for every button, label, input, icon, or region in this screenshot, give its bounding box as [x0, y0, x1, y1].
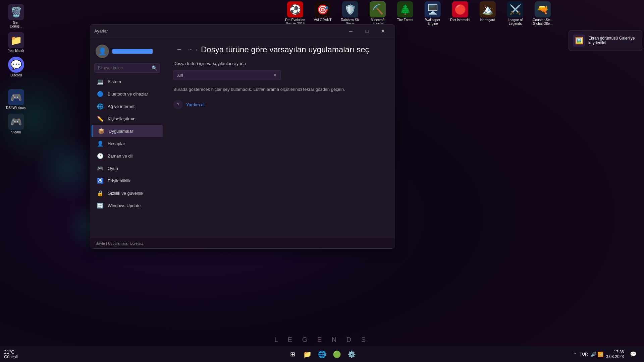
zaman-label: Zaman ve dil	[108, 154, 132, 159]
breadcrumb-dots[interactable]: ···	[188, 47, 193, 53]
settings-button[interactable]: ⚙️	[345, 348, 358, 361]
nav-item-zaman[interactable]: 🕐 Zaman ve dil	[92, 150, 163, 162]
nav-item-uygulamalar[interactable]: 📦 Uygulamalar	[92, 125, 163, 137]
ds4windows-icon: 🎮	[8, 89, 24, 105]
settings-search-input[interactable]	[94, 63, 160, 73]
no-results-text: Burada gösterecek hiçbir şey bulamadık. …	[173, 87, 385, 92]
nav-item-gizlilik[interactable]: 🔒 Gizlilik ve güvenlik	[92, 187, 163, 199]
discord-icon: 💬	[8, 57, 24, 73]
main-panel: ← ··· › Dosya türüne göre varsayılan uyg…	[164, 38, 395, 238]
page-header: ← ··· › Dosya türüne göre varsayılan uyg…	[173, 45, 385, 54]
filter-clear-button[interactable]: ✕	[273, 72, 277, 78]
desktop-icon-theforest[interactable]: 🌲 The Forest	[392, 0, 419, 27]
search-icon[interactable]: 🔍	[152, 65, 157, 71]
avatar: 👤	[96, 45, 109, 58]
kisisellestime-label: Kişiselleştirme	[108, 116, 136, 121]
weather-display[interactable]: 21°C Güneşli	[4, 349, 18, 359]
settings-window-bottom-bar: Sayfa | Uygulamalar Ücretsiz	[90, 238, 395, 248]
clock-date: 3.03.2023	[606, 354, 624, 359]
nav-item-ag[interactable]: 🌐 Ağ ve internet	[92, 100, 163, 112]
desktop-icon-r6[interactable]: 🛡️ Rainbow SixSiege	[337, 0, 364, 27]
kisisellestime-icon: ✏️	[97, 115, 104, 122]
search-box: 🔍	[94, 63, 160, 73]
erisim-icon: ♿	[97, 177, 104, 184]
weather-temp: 21°C	[4, 349, 18, 355]
windows-update-icon: 🔄	[97, 202, 104, 209]
nav-item-bluetooth[interactable]: 🔵 Bluetooth ve cihazlar	[92, 88, 163, 100]
uygulamalar-label: Uygulamalar	[109, 129, 133, 134]
weather-condition: Güneşli	[4, 355, 18, 359]
chrome-button[interactable]: 🌐	[315, 348, 329, 361]
desktop-icon-minecraft[interactable]: ⛏️ MinecraftLauncher	[364, 0, 391, 27]
back-button[interactable]: ←	[173, 45, 185, 54]
desktop-icon-wallpaper[interactable]: 🖥️ WallpaperEngine	[419, 0, 446, 27]
tray-chevron[interactable]: ⌃	[573, 352, 577, 357]
nav-item-sistem[interactable]: 💻 Sistem	[92, 75, 163, 87]
desktop-icon-steam[interactable]: 🎮 Steam	[3, 112, 30, 135]
desktop-icon-lol[interactable]: ⚔️ League ofLegends	[502, 0, 529, 27]
start-button[interactable]: ⊞	[286, 348, 299, 361]
notification-panel: 🖼️ Ekran görüntüsü Galeri'ye kaydedildi	[569, 30, 642, 51]
erisim-label: Erişilebilirlik	[108, 178, 130, 183]
settings-sidebar: 👤 🔍 💻 Sistem 🔵 Bluetooth ve	[90, 38, 164, 238]
nav-item-windows-update[interactable]: 🔄 Windows Update	[92, 199, 163, 212]
help-link[interactable]: ? Yardım al	[173, 100, 385, 109]
language-indicator[interactable]: TUR	[578, 351, 589, 357]
notification-center-button[interactable]: 💬	[627, 348, 640, 361]
ag-label: Ağ ve internet	[108, 104, 135, 109]
ds4windows-label: DS4Windows	[6, 106, 26, 110]
lol-label: League ofLegends	[508, 18, 523, 25]
nav-item-kisisellestime[interactable]: ✏️ Kişiselleştirme	[92, 113, 163, 125]
clock-time: 17:36	[614, 350, 624, 354]
desktop-icon-csgo[interactable]: 🔫 Counter-Str...Global Offe...	[529, 0, 556, 27]
theforest-label: The Forest	[397, 18, 413, 22]
time-display[interactable]: 17:36 3.03.2023	[606, 350, 624, 359]
lol-icon: ⚔️	[507, 1, 523, 17]
minimize-button[interactable]: ─	[343, 26, 359, 37]
sistem-icon: 💻	[97, 78, 104, 85]
desktop-icon-valorant[interactable]: 🎯 VALORANT	[309, 0, 336, 27]
wallpaper-icon: 🖥️	[425, 1, 441, 17]
network-icon[interactable]: 📶	[598, 352, 603, 357]
steam-label: Steam	[11, 130, 21, 134]
wallpaper-label: WallpaperEngine	[425, 18, 440, 25]
desktop-icon-northgard[interactable]: 🏔️ Northgard	[474, 0, 501, 27]
ag-icon: 🌐	[97, 103, 104, 110]
explorer-button[interactable]: 📁	[301, 348, 314, 361]
desktop-icon-yeni-klasor[interactable]: 📁 Yeni klasör	[3, 31, 30, 54]
maximize-button[interactable]: □	[359, 26, 375, 37]
help-icon: ?	[173, 100, 183, 109]
close-button[interactable]: ✕	[375, 26, 391, 37]
sys-tray: ⌃ TUR 🔊 📶	[573, 351, 603, 357]
top-game-icons: ⚽ Pro EvolutionSoccer 2018 🎯 VALORANT 🛡️…	[282, 0, 556, 27]
yeni-klasor-label: Yeni klasör	[8, 49, 24, 53]
nav-item-erisim[interactable]: ♿ Erişilebilirlik	[92, 175, 163, 187]
nav-item-oyun[interactable]: 🎮 Oyun	[92, 162, 163, 174]
desktop-icon-riot[interactable]: 🔴 Riot İstemcisi	[447, 0, 474, 27]
desktop-icon-ds4windows[interactable]: 🎮 DS4Windows	[3, 88, 30, 111]
riot-label: Riot İstemcisi	[450, 18, 470, 22]
csgo-icon: 🔫	[535, 1, 551, 17]
steam-icon: 🎮	[8, 114, 24, 130]
spotify-button[interactable]: 🟢	[330, 348, 343, 361]
section-label: Dosya türleri için varsayılanları ayarla	[173, 61, 385, 66]
geri-icon: 🗑️	[8, 4, 24, 20]
filter-input[interactable]	[177, 73, 270, 78]
taskbar-left: 21°C Güneşli	[4, 349, 18, 359]
northgard-icon: 🏔️	[480, 1, 496, 17]
volume-icon[interactable]: 🔊	[591, 352, 596, 357]
desktop-icon-pes[interactable]: ⚽ Pro EvolutionSoccer 2018	[282, 0, 309, 27]
theforest-icon: 🌲	[397, 1, 413, 17]
desktop-icon-discord[interactable]: 💬 Discord	[3, 55, 30, 78]
minecraft-icon: ⛏️	[370, 1, 386, 17]
desktop-icons-left: 🗑️ GeriDönüş... 📁 Yeni klasör 💬 Discord …	[0, 0, 32, 138]
zaman-icon: 🕐	[97, 153, 104, 159]
valorant-label: VALORANT	[314, 18, 331, 22]
oyun-label: Oyun	[108, 166, 118, 171]
hesaplar-label: Hesaplar	[108, 141, 125, 146]
breadcrumb-arrow: ›	[196, 47, 198, 52]
nav-item-hesaplar[interactable]: 👤 Hesaplar	[92, 137, 163, 149]
desktop-icon-geri[interactable]: 🗑️ GeriDönüş...	[3, 3, 30, 29]
settings-window: Ayarlar ─ □ ✕ 👤 🔍	[90, 24, 395, 249]
taskbar-center: ⊞ 📁 🌐 🟢 ⚙️	[286, 348, 358, 361]
